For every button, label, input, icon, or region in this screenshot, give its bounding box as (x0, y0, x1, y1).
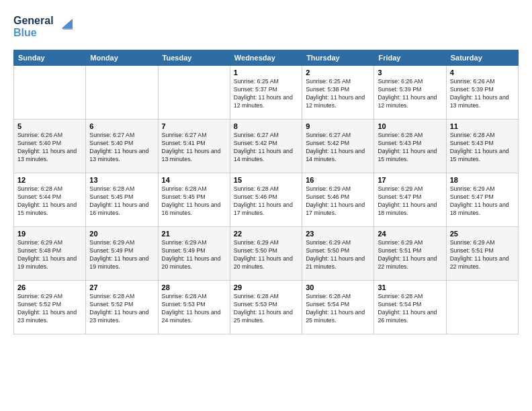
day-number: 30 (306, 283, 370, 291)
header-row: SundayMondayTuesdayWednesdayThursdayFrid… (14, 50, 519, 66)
weekday-header: Sunday (14, 50, 86, 66)
day-info: Sunrise: 6:29 AM Sunset: 5:52 PM Dayligh… (17, 293, 82, 325)
calendar-cell: 27Sunrise: 6:28 AM Sunset: 5:52 PM Dayli… (86, 281, 158, 334)
calendar-cell: 12Sunrise: 6:28 AM Sunset: 5:44 PM Dayli… (14, 173, 86, 227)
header: General Blue (13, 11, 519, 43)
svg-marker-2 (62, 19, 73, 28)
day-info: Sunrise: 6:26 AM Sunset: 5:39 PM Dayligh… (450, 78, 515, 110)
day-number: 24 (378, 230, 442, 238)
page: General Blue SundayMondayTuesdayWednesda… (0, 0, 532, 411)
svg-marker-3 (62, 28, 73, 30)
calendar-cell: 6Sunrise: 6:27 AM Sunset: 5:40 PM Daylig… (86, 120, 158, 173)
day-number: 26 (17, 283, 82, 291)
weekday-header: Monday (86, 50, 158, 66)
day-info: Sunrise: 6:27 AM Sunset: 5:42 PM Dayligh… (234, 132, 298, 164)
calendar-cell: 13Sunrise: 6:28 AM Sunset: 5:45 PM Dayli… (86, 173, 158, 227)
svg-text:Blue: Blue (13, 27, 37, 38)
day-info: Sunrise: 6:27 AM Sunset: 5:40 PM Dayligh… (89, 132, 154, 164)
day-number: 9 (306, 122, 370, 130)
calendar-week-row: 5Sunrise: 6:26 AM Sunset: 5:40 PM Daylig… (14, 120, 519, 173)
calendar-cell: 16Sunrise: 6:29 AM Sunset: 5:46 PM Dayli… (302, 173, 374, 227)
day-info: Sunrise: 6:29 AM Sunset: 5:49 PM Dayligh… (162, 239, 226, 271)
day-number: 25 (450, 230, 515, 238)
day-info: Sunrise: 6:27 AM Sunset: 5:42 PM Dayligh… (306, 132, 370, 164)
calendar-cell: 15Sunrise: 6:28 AM Sunset: 5:46 PM Dayli… (230, 173, 302, 227)
calendar-cell: 11Sunrise: 6:28 AM Sunset: 5:43 PM Dayli… (446, 120, 518, 173)
day-number: 20 (89, 230, 154, 238)
day-number: 4 (450, 68, 515, 77)
calendar-cell: 7Sunrise: 6:27 AM Sunset: 5:41 PM Daylig… (158, 120, 230, 173)
calendar-cell: 21Sunrise: 6:29 AM Sunset: 5:49 PM Dayli… (158, 227, 230, 281)
day-info: Sunrise: 6:25 AM Sunset: 5:38 PM Dayligh… (306, 78, 370, 110)
day-info: Sunrise: 6:28 AM Sunset: 5:54 PM Dayligh… (306, 293, 370, 325)
day-info: Sunrise: 6:25 AM Sunset: 5:37 PM Dayligh… (234, 78, 298, 110)
calendar-week-row: 1Sunrise: 6:25 AM Sunset: 5:37 PM Daylig… (14, 66, 519, 120)
day-number: 31 (378, 283, 442, 291)
calendar-week-row: 26Sunrise: 6:29 AM Sunset: 5:52 PM Dayli… (14, 281, 519, 334)
logo: General Blue (13, 11, 74, 43)
day-number: 15 (234, 176, 298, 184)
day-info: Sunrise: 6:28 AM Sunset: 5:45 PM Dayligh… (89, 185, 154, 218)
day-number: 16 (306, 176, 370, 184)
calendar-cell: 28Sunrise: 6:28 AM Sunset: 5:53 PM Dayli… (158, 281, 230, 334)
day-number: 11 (450, 122, 515, 130)
day-number: 13 (89, 176, 154, 184)
weekday-header: Tuesday (158, 50, 230, 66)
calendar-cell: 25Sunrise: 6:29 AM Sunset: 5:51 PM Dayli… (446, 227, 518, 281)
day-info: Sunrise: 6:28 AM Sunset: 5:46 PM Dayligh… (234, 185, 298, 218)
weekday-header: Friday (374, 50, 446, 66)
day-info: Sunrise: 6:28 AM Sunset: 5:44 PM Dayligh… (17, 185, 82, 218)
day-info: Sunrise: 6:29 AM Sunset: 5:50 PM Dayligh… (234, 239, 298, 271)
calendar-cell: 3Sunrise: 6:26 AM Sunset: 5:39 PM Daylig… (374, 66, 446, 120)
calendar-cell (14, 66, 86, 120)
day-number: 12 (17, 176, 82, 184)
calendar-cell: 30Sunrise: 6:28 AM Sunset: 5:54 PM Dayli… (302, 281, 374, 334)
day-info: Sunrise: 6:26 AM Sunset: 5:40 PM Dayligh… (17, 132, 82, 164)
day-number: 10 (378, 122, 442, 130)
day-info: Sunrise: 6:29 AM Sunset: 5:51 PM Dayligh… (450, 239, 515, 271)
day-info: Sunrise: 6:27 AM Sunset: 5:41 PM Dayligh… (162, 132, 226, 164)
calendar-cell: 4Sunrise: 6:26 AM Sunset: 5:39 PM Daylig… (446, 66, 518, 120)
day-number: 27 (89, 283, 154, 291)
calendar-cell: 29Sunrise: 6:28 AM Sunset: 5:53 PM Dayli… (230, 281, 302, 334)
day-info: Sunrise: 6:26 AM Sunset: 5:39 PM Dayligh… (378, 78, 442, 110)
day-info: Sunrise: 6:29 AM Sunset: 5:49 PM Dayligh… (89, 239, 154, 271)
day-number: 14 (162, 176, 226, 184)
calendar-table: SundayMondayTuesdayWednesdayThursdayFrid… (13, 50, 519, 334)
calendar-week-row: 19Sunrise: 6:29 AM Sunset: 5:48 PM Dayli… (14, 227, 519, 281)
calendar-cell: 19Sunrise: 6:29 AM Sunset: 5:48 PM Dayli… (14, 227, 86, 281)
day-info: Sunrise: 6:29 AM Sunset: 5:51 PM Dayligh… (378, 239, 442, 271)
weekday-header: Thursday (302, 50, 374, 66)
calendar-cell: 20Sunrise: 6:29 AM Sunset: 5:49 PM Dayli… (86, 227, 158, 281)
day-info: Sunrise: 6:28 AM Sunset: 5:54 PM Dayligh… (378, 293, 442, 325)
calendar-week-row: 12Sunrise: 6:28 AM Sunset: 5:44 PM Dayli… (14, 173, 519, 227)
day-number: 7 (162, 122, 226, 130)
day-info: Sunrise: 6:28 AM Sunset: 5:52 PM Dayligh… (89, 293, 154, 325)
day-number: 3 (378, 68, 442, 77)
day-number: 23 (306, 230, 370, 238)
day-number: 1 (234, 68, 298, 77)
logo-svg: General Blue (13, 11, 74, 40)
day-number: 2 (306, 68, 370, 77)
day-info: Sunrise: 6:29 AM Sunset: 5:46 PM Dayligh… (306, 185, 370, 218)
day-info: Sunrise: 6:28 AM Sunset: 5:53 PM Dayligh… (162, 293, 226, 325)
calendar-cell: 26Sunrise: 6:29 AM Sunset: 5:52 PM Dayli… (14, 281, 86, 334)
calendar-cell: 5Sunrise: 6:26 AM Sunset: 5:40 PM Daylig… (14, 120, 86, 173)
day-number: 29 (234, 283, 298, 291)
calendar-cell: 8Sunrise: 6:27 AM Sunset: 5:42 PM Daylig… (230, 120, 302, 173)
day-info: Sunrise: 6:28 AM Sunset: 5:53 PM Dayligh… (234, 293, 298, 325)
day-info: Sunrise: 6:29 AM Sunset: 5:50 PM Dayligh… (306, 239, 370, 271)
calendar-cell: 9Sunrise: 6:27 AM Sunset: 5:42 PM Daylig… (302, 120, 374, 173)
calendar-cell (86, 66, 158, 120)
weekday-header: Wednesday (230, 50, 302, 66)
day-number: 18 (450, 176, 515, 184)
day-info: Sunrise: 6:28 AM Sunset: 5:45 PM Dayligh… (162, 185, 226, 218)
calendar-cell: 17Sunrise: 6:29 AM Sunset: 5:47 PM Dayli… (374, 173, 446, 227)
svg-text:General: General (13, 15, 54, 26)
day-info: Sunrise: 6:28 AM Sunset: 5:43 PM Dayligh… (450, 132, 515, 164)
calendar-cell: 23Sunrise: 6:29 AM Sunset: 5:50 PM Dayli… (302, 227, 374, 281)
day-number: 8 (234, 122, 298, 130)
day-number: 21 (162, 230, 226, 238)
calendar-cell: 2Sunrise: 6:25 AM Sunset: 5:38 PM Daylig… (302, 66, 374, 120)
calendar-cell: 14Sunrise: 6:28 AM Sunset: 5:45 PM Dayli… (158, 173, 230, 227)
